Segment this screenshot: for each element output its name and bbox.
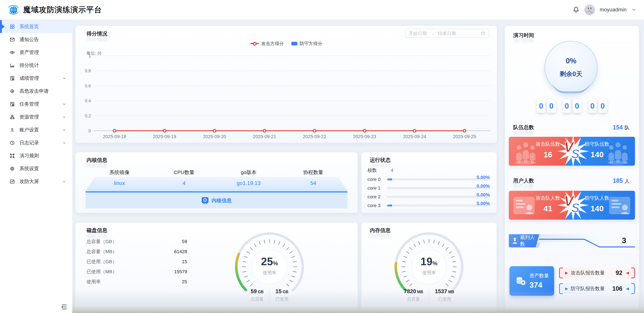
defense-report-bar: ▶ 防守队报告数量 106 ◀ [559, 283, 635, 294]
memory-card: 内存信息 19% 使用率 7820MB总容量 1537MB已使用 [362, 222, 496, 313]
countdown-digit: 0 [573, 99, 582, 113]
sidebar-item-big-screen[interactable]: 攻防大屏 [0, 175, 72, 188]
date-range-picker[interactable]: 开始日期 → 结束日期 [405, 29, 489, 38]
sidebar-item-score-stats[interactable]: 得分统计 [0, 59, 72, 72]
users-vs-banner: 攻击队人数 41 防守队人数 140 VS [509, 191, 635, 220]
header-right: moyuadmin [572, 4, 636, 15]
disk-card: 磁盘信息 总容量（GB）59 总容量（MB）61428 已使用（GB）15 已使… [76, 222, 358, 313]
users-title: 用户人数 [513, 177, 534, 184]
user-avatar[interactable] [584, 4, 595, 15]
kernel-card-title: 内核信息 [86, 156, 107, 164]
countdown-digit: 0 [537, 99, 546, 113]
cores-count-row: 核数 4 [368, 167, 490, 174]
app-header: 魔域攻防演练演示平台 moyuadmin [0, 0, 644, 20]
sidebar-item-home[interactable]: 系统首页 [0, 20, 72, 33]
sidebar-item-label: 资产管理 [20, 49, 39, 56]
sidebar-item-rules[interactable]: 演习规则 [0, 149, 72, 162]
exercise-percent: 0% [566, 57, 576, 65]
svg-text:2025-09-23: 2025-09-23 [353, 134, 376, 139]
kernel-headers: 系统镜像 CPU数量 go版本 协程数量 [87, 169, 346, 176]
disk-card-title: 磁盘信息 [86, 227, 107, 234]
svg-text:2025-09-25: 2025-09-25 [453, 134, 476, 139]
memory-card-title: 内存信息 [370, 227, 390, 234]
arrow-left-icon: ◀ [626, 286, 629, 291]
chevron-down-icon [62, 128, 66, 132]
svg-text:0.8: 0.8 [85, 68, 91, 73]
date-separator-icon: → [430, 31, 434, 36]
bell-icon[interactable] [572, 6, 580, 13]
eye-icon [10, 50, 15, 55]
svg-text:0.4: 0.4 [85, 98, 91, 103]
sidebar-item-assets[interactable]: 资产管理 [0, 46, 72, 59]
sidebar-collapse-button[interactable] [60, 304, 68, 310]
sidebar-item-label: 演习规则 [20, 152, 39, 159]
asset-label: 资产数量 [530, 272, 549, 279]
sidebar-item-settings[interactable]: 系统设置 [0, 162, 72, 175]
document-person-icon [10, 76, 15, 81]
start-date-placeholder: 开始日期 [409, 30, 427, 36]
sidebar-item-high-risk[interactable]: 高危攻击申请 [0, 85, 72, 98]
kernel-footer: 内核信息 [86, 193, 348, 208]
sidebar-item-label: 资源管理 [20, 114, 39, 120]
countdown: 0 0 0 0 0 0 [505, 99, 639, 113]
countdown-digit: 0 [588, 99, 597, 113]
frame-icon [10, 153, 15, 158]
legend-attack[interactable]: 攻击方得分 [250, 40, 284, 46]
sidebar-item-grades[interactable]: 成绩管理 [0, 72, 72, 85]
grid-icon [10, 24, 15, 30]
sidebar-item-label: 成绩管理 [20, 75, 39, 82]
core-usage-row: core 1 0.00% [368, 185, 490, 192]
kernel-divider-bar [86, 191, 348, 193]
kernel-values: linux 4 go1.19.13 54 [87, 180, 346, 186]
kernel-card: 内核信息 系统镜像 CPU数量 go版本 协程数量 linux 4 go1.19… [76, 152, 358, 213]
kernel-footer-label: 内核信息 [212, 197, 232, 204]
sidebar-item-logs[interactable]: 日志记录 [0, 136, 72, 149]
sidebar: 系统首页 通知公告 资产管理 得分统计 成绩管理 高危攻击申请 [0, 20, 72, 313]
svg-text:1: 1 [88, 54, 91, 58]
disk-row: 使用率25 [86, 278, 180, 285]
countdown-digit: 0 [547, 99, 556, 113]
disk-row: 总容量（MB）61428 [86, 248, 180, 255]
countdown-minutes: 0 0 [562, 99, 582, 113]
sidebar-item-label: 任务管理 [20, 101, 39, 108]
teams-vs-banner: 攻击队伍数 16 防守队伍数 140 VS [509, 137, 635, 166]
exercise-progress-circle: 0% 剩余0天 [544, 41, 598, 94]
cpu-icon [202, 197, 209, 204]
sidebar-item-label: 攻防大屏 [20, 178, 39, 185]
username[interactable]: moyuadmin [600, 7, 626, 13]
exercise-time-title: 演习时间 [513, 32, 534, 39]
gauge-center-text: 25% 使用率 [232, 255, 306, 276]
logo-globe-icon [8, 4, 19, 16]
calendar-icon [480, 31, 486, 36]
score-line-chart: 00.20.40.60.812025-09-182025-09-192025-0… [82, 54, 492, 141]
sidebar-item-resources[interactable]: 资源管理 [0, 110, 72, 124]
disk-usage-gauge: 25% 使用率 59GB总容量 15GB已使用 [232, 230, 306, 309]
document-check-icon [10, 101, 15, 107]
chevron-down-icon [62, 76, 66, 80]
core-progress-bar: 0.00% [387, 196, 490, 198]
teams-total: 154队 [613, 124, 630, 131]
person-icon [10, 127, 15, 133]
vs-mark: VS [561, 139, 586, 164]
core-progress-bar: 5.00% [387, 204, 490, 206]
sidebar-item-tasks[interactable]: 任务管理 [0, 98, 72, 110]
attack-report-bar: ▶ 攻击队报告数量 92 ◀ [559, 268, 635, 278]
exercise-remaining: 剩余0天 [560, 70, 582, 78]
legend-line-marker-icon [250, 42, 259, 46]
sidebar-item-label: 高危攻击申请 [20, 88, 49, 94]
chevron-down-icon[interactable] [631, 7, 636, 12]
score-card: 得分情况 开始日期 → 结束日期 攻击方得分 防守方得分 单位: 分 00.20… [76, 26, 497, 143]
arrow-right-icon: ▶ [565, 286, 568, 291]
app-root: 魔域攻防演练演示平台 moyuadmin [0, 0, 644, 313]
sidebar-item-label: 账户设置 [20, 126, 39, 133]
sidebar-item-label: 系统首页 [20, 23, 39, 30]
sidebar-item-notice[interactable]: 通知公告 [0, 33, 72, 46]
sidebar-item-account[interactable]: 账户设置 [0, 124, 72, 136]
legend-defense[interactable]: 防守方得分 [291, 40, 322, 46]
sidebar-nav: 系统首页 通知公告 资产管理 得分统计 成绩管理 高危攻击申请 [0, 20, 72, 188]
disk-row: 已使用（GB）15 [86, 258, 180, 265]
chevron-down-icon [62, 115, 66, 119]
teams-title: 队伍总数 [513, 124, 534, 131]
core-usage-row: core 0 5.00% [368, 176, 490, 183]
core-progress-bar: 0.00% [387, 187, 490, 189]
